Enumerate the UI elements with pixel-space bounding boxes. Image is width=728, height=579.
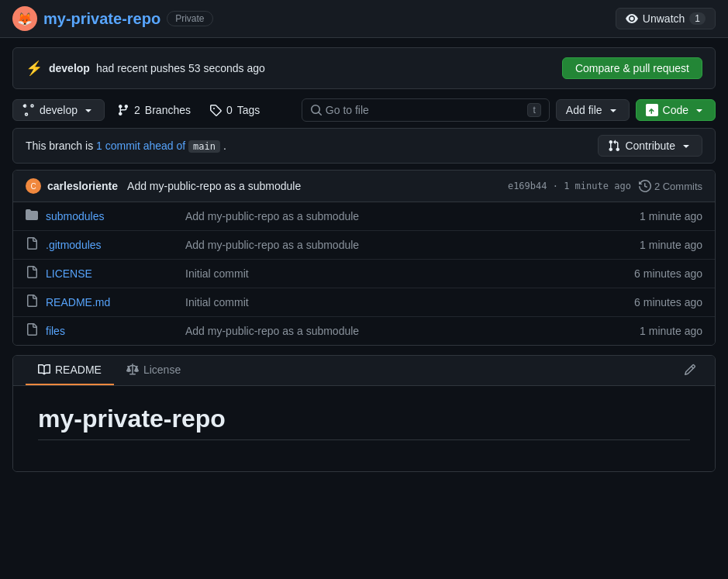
repo-title: 🦊 my-private-repo Private (12, 6, 213, 31)
table-row: files Add my-public-repo as a submodule … (13, 317, 715, 345)
commits-link[interactable]: 2 Commits (639, 180, 702, 192)
latest-commit-message: Add my-public-repo as a submodule (127, 180, 301, 192)
branch-bar: develop 2 Branches 0 Tags t Add file (12, 98, 716, 122)
file-name-readme[interactable]: README.md (46, 296, 185, 308)
compare-pull-request-button[interactable]: Compare & pull request (562, 57, 702, 79)
readme-container: README License my-private-repo (12, 355, 716, 472)
edit-readme-button[interactable] (678, 357, 702, 384)
file-table-header: C carlesloriente Add my-public-repo as a… (13, 171, 715, 202)
history-icon (639, 180, 651, 192)
folder-icon (26, 209, 38, 224)
file-icon (26, 237, 38, 253)
contribute-button[interactable]: Contribute (598, 135, 702, 157)
book-icon (38, 364, 50, 376)
chevron-down-icon (693, 104, 706, 116)
file-table: C carlesloriente Add my-public-repo as a… (12, 170, 716, 346)
table-row: submodules Add my-public-repo as a submo… (13, 202, 715, 231)
code-button[interactable]: Code (636, 99, 716, 121)
git-pull-request-icon (608, 140, 620, 152)
search-shortcut: t (527, 103, 540, 117)
visibility-badge: Private (167, 11, 212, 26)
file-time-files: 1 minute ago (602, 325, 702, 337)
table-row: .gitmodules Add my-public-repo as a subm… (13, 231, 715, 260)
branch-selector[interactable]: develop (12, 99, 105, 121)
file-commit-gitmodules: Add my-public-repo as a submodule (185, 239, 602, 251)
chevron-down-icon (607, 104, 619, 116)
branches-count[interactable]: 2 Branches (111, 100, 197, 120)
add-file-button[interactable]: Add file (556, 99, 630, 121)
tab-license[interactable]: License (114, 356, 193, 385)
search-icon (310, 104, 323, 116)
readme-tabs-left: README License (26, 356, 193, 385)
commit-ahead-link[interactable]: 1 commit ahead of (96, 140, 185, 152)
author-name[interactable]: carlesloriente (47, 180, 118, 192)
file-name-submodules[interactable]: submodules (46, 210, 185, 222)
file-name-files[interactable]: files (46, 325, 185, 337)
file-commit-license: Initial commit (185, 267, 602, 280)
tag-icon (209, 104, 222, 116)
chevron-down-icon (82, 104, 95, 116)
base-branch: main (188, 140, 220, 153)
commit-meta: e169b44 · 1 minute ago 2 Commits (508, 180, 702, 192)
push-icon: ⚡ (26, 60, 43, 77)
file-time-readme: 6 minutes ago (602, 296, 702, 308)
unwatch-label: Unwatch (643, 12, 685, 25)
search-input[interactable] (326, 104, 525, 116)
top-bar: 🦊 my-private-repo Private Unwatch 1 (0, 0, 728, 38)
unwatch-button[interactable]: Unwatch 1 (616, 8, 716, 29)
pencil-icon (684, 364, 696, 376)
file-time-gitmodules: 1 minute ago (602, 239, 702, 251)
tags-count[interactable]: 0 Tags (203, 100, 266, 120)
push-branch: develop (49, 62, 90, 74)
file-commit-submodules: Add my-public-repo as a submodule (185, 210, 602, 222)
balance-icon (126, 364, 139, 376)
readme-title: my-private-repo (38, 405, 690, 440)
table-row: README.md Initial commit 6 minutes ago (13, 288, 715, 317)
readme-content: my-private-repo (13, 386, 715, 471)
branches-icon (117, 104, 129, 116)
file-name-license[interactable]: LICENSE (46, 267, 185, 280)
eye-icon (626, 12, 638, 25)
repo-icon: 🦊 (12, 6, 37, 31)
commit-author-row: C carlesloriente Add my-public-repo as a… (26, 178, 301, 194)
author-avatar: C (26, 178, 41, 194)
tab-readme[interactable]: README (26, 356, 114, 385)
repo-name[interactable]: my-private-repo (43, 10, 160, 28)
unwatch-count: 1 (689, 12, 706, 25)
readme-tabs: README License (13, 356, 715, 386)
push-message: had recent pushes 53 seconds ago (96, 62, 265, 74)
file-search[interactable]: t (302, 98, 550, 122)
file-commit-readme: Initial commit (185, 296, 602, 308)
push-bar-left: ⚡ develop had recent pushes 53 seconds a… (26, 60, 265, 77)
file-time-license: 6 minutes ago (602, 267, 702, 280)
file-time-submodules: 1 minute ago (602, 210, 702, 222)
branch-name: develop (40, 104, 78, 116)
branch-icon (22, 104, 35, 116)
chevron-down-icon (680, 140, 692, 152)
push-notification-bar: ⚡ develop had recent pushes 53 seconds a… (12, 47, 716, 89)
file-name-gitmodules[interactable]: .gitmodules (46, 239, 185, 251)
table-row: LICENSE Initial commit 6 minutes ago (13, 260, 715, 288)
file-commit-files: Add my-public-repo as a submodule (185, 325, 602, 337)
file-icon (26, 266, 38, 281)
ahead-bar-text: This branch is 1 commit ahead of main . (26, 140, 226, 152)
submodule-icon (26, 323, 38, 339)
code-icon (646, 104, 658, 116)
commit-hash: e169b44 · 1 minute ago (508, 181, 631, 191)
file-icon (26, 295, 38, 310)
ahead-bar: This branch is 1 commit ahead of main . … (12, 128, 716, 164)
